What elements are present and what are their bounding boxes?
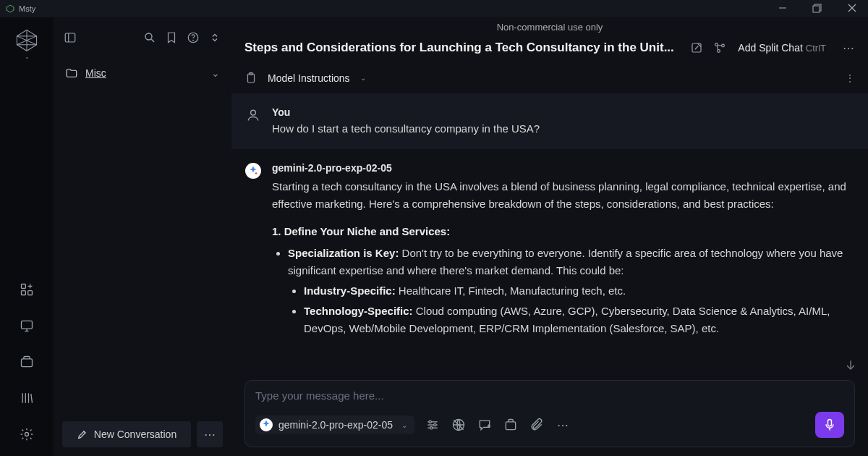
svg-point-34 bbox=[715, 43, 718, 46]
left-rail: ⌄ bbox=[0, 17, 54, 456]
svg-point-41 bbox=[251, 110, 256, 115]
settings-icon[interactable] bbox=[12, 420, 41, 449]
ai-model-name: gemini-2.0-pro-exp-02-05 bbox=[272, 162, 851, 174]
chevron-down-icon: ⌄ bbox=[360, 74, 366, 82]
svg-line-37 bbox=[718, 45, 722, 46]
license-notice: Non-commercial use only bbox=[231, 17, 868, 33]
help-icon[interactable] bbox=[187, 31, 200, 44]
vertical-dots-icon[interactable]: ⋮ bbox=[845, 72, 855, 84]
main-panel: Non-commercial use only Steps and Consid… bbox=[231, 17, 868, 456]
svg-point-46 bbox=[429, 421, 431, 423]
window-titlebar: Msty bbox=[0, 0, 868, 17]
app-logo-icon bbox=[6, 4, 14, 13]
chat-add-icon[interactable] bbox=[477, 417, 493, 433]
more-icon[interactable]: ⋯ bbox=[555, 417, 571, 433]
scroll-down-icon[interactable] bbox=[843, 358, 858, 376]
maximize-button[interactable] bbox=[807, 2, 827, 15]
edit-icon[interactable] bbox=[690, 41, 703, 54]
folder-label: Misc bbox=[85, 67, 106, 79]
model-chip-label: gemini-2.0-pro-exp-02-05 bbox=[278, 419, 393, 431]
tune-icon[interactable] bbox=[425, 417, 441, 433]
message-input[interactable] bbox=[255, 389, 844, 402]
app-name: Msty bbox=[19, 4, 35, 13]
more-button[interactable]: ⋯ bbox=[197, 421, 223, 447]
composer: gemini-2.0-pro-exp-02-05 ⌄ bbox=[231, 380, 868, 456]
svg-line-38 bbox=[718, 46, 719, 50]
folder-item-misc[interactable]: Misc ⌄ bbox=[54, 58, 231, 88]
svg-marker-0 bbox=[7, 5, 14, 12]
svg-point-25 bbox=[25, 433, 29, 436]
graph-icon[interactable] bbox=[713, 41, 726, 54]
add-widget-icon[interactable] bbox=[12, 275, 41, 304]
model-selector[interactable]: gemini-2.0-pro-exp-02-05 ⌄ bbox=[255, 415, 414, 434]
attach-icon[interactable] bbox=[529, 417, 545, 433]
svg-line-29 bbox=[151, 39, 154, 42]
add-split-chat-button[interactable]: Add Split ChatCtrlT bbox=[738, 42, 826, 54]
library-icon[interactable] bbox=[12, 384, 41, 413]
svg-line-24 bbox=[31, 394, 33, 403]
ai-avatar bbox=[244, 162, 262, 180]
svg-rect-17 bbox=[22, 321, 33, 329]
close-button[interactable] bbox=[842, 2, 862, 15]
archive-icon[interactable] bbox=[12, 347, 41, 376]
more-icon[interactable]: ⋯ bbox=[842, 41, 855, 54]
microphone-button[interactable] bbox=[815, 412, 844, 438]
chevron-down-icon: ⌄ bbox=[401, 421, 407, 429]
svg-point-48 bbox=[430, 427, 433, 429]
new-conversation-button[interactable]: New Conversation bbox=[62, 421, 191, 447]
message-user: You How do I start a tech consultancy co… bbox=[231, 93, 868, 149]
conversation-title: Steps and Considerations for Launching a… bbox=[244, 41, 680, 55]
sidebar: Misc ⌄ New Conversation ⋯ bbox=[54, 17, 231, 456]
sort-icon[interactable] bbox=[208, 31, 221, 44]
svg-rect-14 bbox=[28, 291, 33, 295]
bookmark-icon[interactable] bbox=[165, 31, 178, 44]
panel-toggle-icon[interactable] bbox=[64, 31, 77, 44]
model-instructions-label: Model Instructions bbox=[268, 72, 350, 84]
svg-point-31 bbox=[193, 40, 194, 41]
chevron-down-icon: ⌄ bbox=[211, 67, 220, 79]
svg-rect-53 bbox=[506, 422, 515, 430]
svg-rect-12 bbox=[22, 284, 26, 289]
shortcut-label: CtrlT bbox=[806, 43, 826, 54]
svg-point-47 bbox=[434, 423, 436, 426]
minimize-button[interactable] bbox=[773, 2, 793, 15]
svg-point-28 bbox=[145, 33, 152, 40]
user-avatar-icon bbox=[244, 106, 262, 124]
message-scroll-area[interactable]: You How do I start a tech consultancy co… bbox=[231, 93, 868, 380]
pencil-icon bbox=[77, 428, 88, 440]
globe-off-icon[interactable] bbox=[451, 417, 467, 433]
chevron-down-icon[interactable]: ⌄ bbox=[25, 54, 30, 60]
sender-label: You bbox=[272, 106, 851, 118]
svg-rect-54 bbox=[828, 420, 832, 426]
monitor-icon[interactable] bbox=[12, 311, 41, 340]
svg-point-36 bbox=[718, 50, 720, 53]
search-icon[interactable] bbox=[143, 31, 156, 44]
folder-icon bbox=[65, 67, 78, 80]
svg-rect-3 bbox=[813, 6, 820, 12]
ai-message-body: Starting a tech consultancy in the USA i… bbox=[272, 178, 851, 337]
svg-rect-26 bbox=[65, 33, 75, 42]
box-icon[interactable] bbox=[503, 417, 519, 433]
model-icon bbox=[260, 418, 273, 431]
model-instructions-row[interactable]: Model Instructions ⌄ ⋮ bbox=[231, 63, 868, 93]
new-conversation-label: New Conversation bbox=[94, 428, 176, 440]
message-ai: gemini-2.0-pro-exp-02-05 Starting a tech… bbox=[231, 149, 868, 355]
user-message-text: How do I start a tech consultancy compan… bbox=[272, 122, 851, 135]
svg-point-35 bbox=[722, 44, 725, 47]
clipboard-icon bbox=[244, 72, 258, 85]
svg-rect-20 bbox=[22, 359, 33, 367]
app-logo[interactable] bbox=[14, 28, 39, 52]
svg-rect-13 bbox=[22, 291, 26, 295]
